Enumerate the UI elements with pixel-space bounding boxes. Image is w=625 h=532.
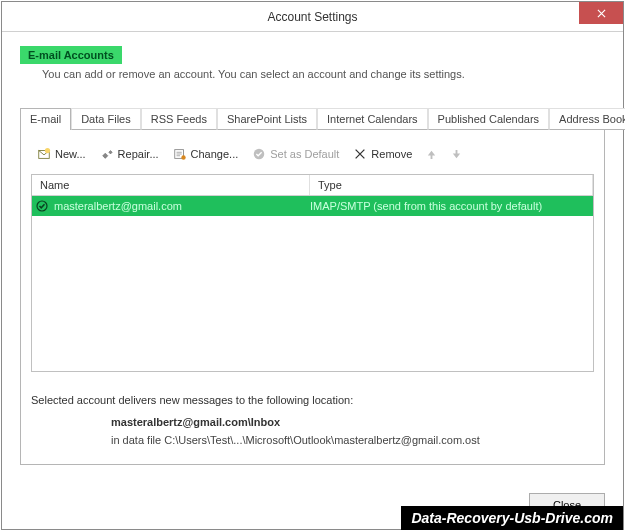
delivery-info: Selected account delivers new messages t… <box>31 394 594 446</box>
repair-button[interactable]: Repair... <box>96 144 163 164</box>
list-header: Name Type <box>32 175 593 196</box>
arrow-down-icon <box>451 149 462 160</box>
tab-data-files[interactable]: Data Files <box>71 108 141 130</box>
accounts-toolbar: New... Repair... Change... Set as Defaul… <box>31 140 594 174</box>
dialog-body: E-mail Accounts You can add or remove an… <box>2 32 623 475</box>
remove-label: Remove <box>371 148 412 160</box>
account-row[interactable]: masteralbertz@gmail.com IMAP/SMTP (send … <box>32 196 593 216</box>
new-button[interactable]: New... <box>33 144 90 164</box>
change-button[interactable]: Change... <box>169 144 243 164</box>
check-circle-icon <box>252 147 266 161</box>
change-icon <box>173 147 187 161</box>
tab-published-calendars[interactable]: Published Calendars <box>428 108 550 130</box>
new-icon <box>37 147 51 161</box>
close-icon <box>597 9 606 18</box>
column-name[interactable]: Name <box>32 175 310 195</box>
account-type: IMAP/SMTP (send from this account by def… <box>310 200 593 212</box>
delivery-intro: Selected account delivers new messages t… <box>31 394 594 406</box>
repair-label: Repair... <box>118 148 159 160</box>
set-default-label: Set as Default <box>270 148 339 160</box>
tab-panel-email: New... Repair... Change... Set as Defaul… <box>20 130 605 465</box>
change-label: Change... <box>191 148 239 160</box>
titlebar: Account Settings <box>2 2 623 32</box>
svg-point-1 <box>45 148 50 153</box>
delivery-file: in data file C:\Users\Test\...\Microsoft… <box>111 434 594 446</box>
remove-icon <box>353 147 367 161</box>
column-type[interactable]: Type <box>310 175 593 195</box>
set-default-button: Set as Default <box>248 144 343 164</box>
account-name: masteralbertz@gmail.com <box>52 200 310 212</box>
default-account-icon <box>32 200 52 212</box>
account-settings-dialog: Account Settings E-mail Accounts You can… <box>1 1 624 530</box>
tab-internet-calendars[interactable]: Internet Calendars <box>317 108 428 130</box>
accounts-list: Name Type masteralbertz@gmail.com IMAP/S… <box>31 174 594 372</box>
tab-email[interactable]: E-mail <box>20 108 71 130</box>
tab-address-books[interactable]: Address Books <box>549 108 625 130</box>
tab-sharepoint-lists[interactable]: SharePoint Lists <box>217 108 317 130</box>
window-title: Account Settings <box>267 10 357 24</box>
arrow-up-icon <box>426 149 437 160</box>
window-close-button[interactable] <box>579 2 623 24</box>
repair-icon <box>100 147 114 161</box>
svg-point-3 <box>181 155 185 159</box>
tab-strip: E-mail Data Files RSS Feeds SharePoint L… <box>20 108 605 130</box>
tab-rss-feeds[interactable]: RSS Feeds <box>141 108 217 130</box>
section-heading: E-mail Accounts <box>20 46 122 64</box>
new-label: New... <box>55 148 86 160</box>
remove-button[interactable]: Remove <box>349 144 416 164</box>
delivery-path: masteralbertz@gmail.com\Inbox <box>111 416 280 428</box>
move-down-button <box>447 146 466 163</box>
watermark: Data-Recovery-Usb-Drive.com <box>401 506 623 530</box>
move-up-button <box>422 146 441 163</box>
section-description: You can add or remove an account. You ca… <box>42 68 605 80</box>
